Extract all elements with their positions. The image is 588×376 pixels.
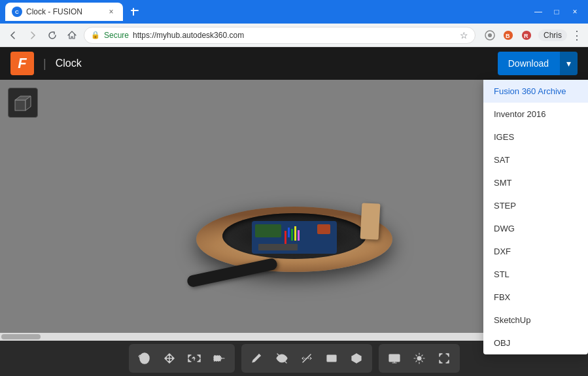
toolbar-group-tools [241,344,372,373]
title-bar: C Clock - FUSION × — □ × [0,0,588,24]
browser-tab[interactable]: C Clock - FUSION × [5,3,123,21]
dropdown-item-step[interactable]: STEP [483,194,588,217]
close-btn[interactable]: × [567,4,583,20]
tab-close-btn[interactable]: × [106,7,116,17]
extension-icon-1[interactable] [482,27,498,43]
dropdown-item-fbx[interactable]: FBX [483,286,588,309]
view-cube[interactable] [8,88,38,118]
browser-menu-btn[interactable]: ⋮ [571,28,583,43]
svg-text:B: B [506,33,510,39]
display-btn[interactable] [383,347,406,370]
orbit-btn[interactable] [133,347,156,370]
refresh-btn[interactable] [44,27,60,43]
svg-text:C: C [15,9,19,15]
extension-icon-3[interactable]: R [519,27,534,43]
window-controls: — □ × [530,4,583,20]
zoom-fit-btn[interactable] [182,347,206,370]
user-chip[interactable]: Chris [538,29,567,41]
download-btn-group: Download ▾ [498,52,578,75]
model-pcb [252,221,337,254]
maximize-btn[interactable]: □ [549,4,564,20]
3d-model [177,122,412,292]
forward-btn[interactable] [25,27,41,43]
toolbar-group-settings [379,344,460,373]
pan-btn[interactable] [158,347,181,370]
app-header: F | Clock Download ▾ Fusion 360 Archive … [0,47,588,80]
home-btn[interactable] [64,27,80,43]
h-scrollbar-thumb[interactable] [1,334,41,339]
download-dropdown-toggle[interactable]: ▾ [559,52,578,75]
hide-btn[interactable] [270,347,294,370]
app-container: F | Clock Download ▾ Fusion 360 Archive … [0,47,588,376]
cube-icon [14,94,32,112]
lock-icon: 🔒 [91,31,100,39]
download-dropdown-menu: Fusion 360 Archive Inventor 2016 IGES SA… [483,80,588,354]
fullscreen-btn[interactable] [432,347,456,370]
svg-text:R: R [524,33,528,39]
dropdown-item-fusion360[interactable]: Fusion 360 Archive [483,80,588,103]
dropdown-item-dwg[interactable]: DWG [483,217,588,240]
url-text: https://myhub.autodesk360.com [133,31,244,40]
back-btn[interactable] [5,27,21,43]
app-logo: F [10,52,34,75]
model-protrusion [360,203,380,239]
address-bar: 🔒 Secure https://myhub.autodesk360.com ☆… [0,24,588,47]
dropdown-item-sat[interactable]: SAT [483,148,588,171]
dropdown-item-iges[interactable]: IGES [483,126,588,148]
svg-rect-11 [214,356,220,361]
dropdown-item-stl[interactable]: STL [483,263,588,286]
svg-rect-8 [15,100,26,111]
svg-point-15 [417,356,421,360]
svg-rect-2 [133,8,134,16]
url-bar[interactable]: 🔒 Secure https://myhub.autodesk360.com ☆ [84,27,476,44]
measure-btn[interactable] [295,347,319,370]
toolbar-group-view [129,344,235,373]
header-divider: | [43,57,46,71]
3d-view-btn[interactable] [345,347,368,370]
dropdown-item-inventor2016[interactable]: Inventor 2016 [483,103,588,126]
sketch-btn[interactable] [245,347,269,370]
dropdown-item-obj[interactable]: OBJ [483,332,588,354]
dropdown-item-dxf[interactable]: DXF [483,240,588,263]
svg-rect-14 [389,354,400,362]
chevron-down-icon: ▾ [566,58,571,69]
browser-action-icons: B R [482,27,534,43]
new-tab-btn[interactable] [126,3,144,21]
app-title: Clock [56,58,82,69]
settings-btn[interactable] [407,347,431,370]
dropdown-item-sketchup[interactable]: SketchUp [483,309,588,332]
extension-icon-2[interactable]: B [500,27,516,43]
select-box-btn[interactable] [207,347,231,370]
download-button[interactable]: Download [498,52,559,75]
tab-title: Clock - FUSION [26,7,102,16]
bookmark-icon[interactable]: ☆ [460,30,468,41]
secure-label: Secure [104,31,129,40]
dropdown-item-smt[interactable]: SMT [483,171,588,194]
minimize-btn[interactable]: — [530,4,546,20]
tab-favicon: C [12,7,22,17]
svg-point-5 [488,33,492,37]
section-btn[interactable] [320,347,343,370]
svg-rect-3 [131,10,139,11]
